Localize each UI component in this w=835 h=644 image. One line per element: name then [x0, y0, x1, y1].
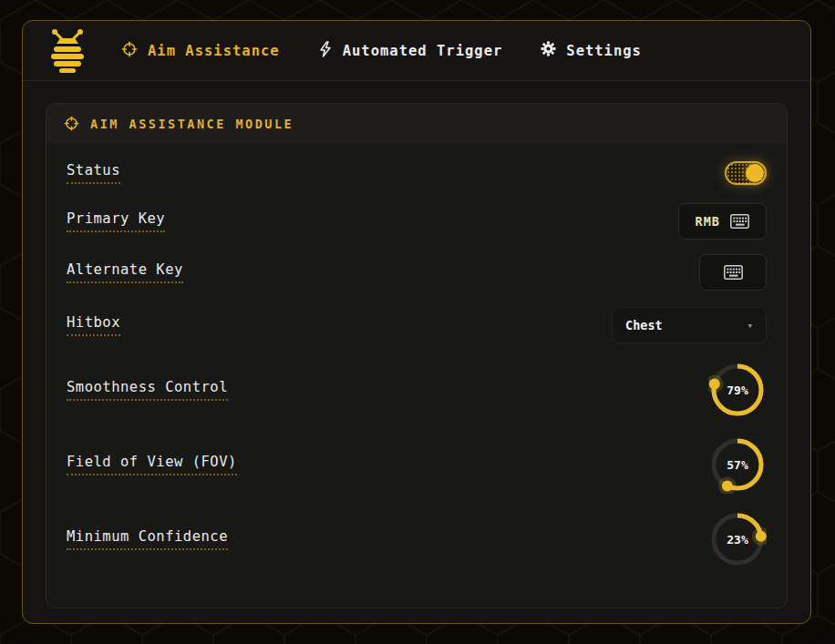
toggle-knob — [746, 164, 764, 182]
tab-label: Aim Assistance — [148, 43, 280, 59]
fov-dial[interactable]: 57% — [708, 435, 767, 494]
smoothness-value: 79% — [708, 361, 767, 419]
module-card-header: AIM ASSISTANCE MODULE — [46, 104, 787, 143]
keyboard-icon — [724, 265, 743, 280]
row-fov: Field of View (FOV) 57% — [67, 427, 767, 502]
tab-aim-assistance[interactable]: Aim Assistance — [121, 41, 280, 61]
app-window: Aim Assistance Automated Trigger — [22, 20, 811, 624]
tab-settings[interactable]: Settings — [541, 41, 642, 60]
hitbox-label: Hitbox — [67, 314, 120, 336]
tab-label: Settings — [566, 43, 642, 59]
smoothness-dial[interactable]: 79% — [708, 361, 767, 419]
bee-logo-icon — [46, 28, 88, 74]
row-status: Status — [67, 150, 767, 196]
crosshair-icon — [64, 116, 79, 131]
tab-automated-trigger[interactable]: Automated Trigger — [318, 41, 503, 61]
status-toggle[interactable] — [725, 161, 767, 185]
hitbox-select[interactable]: Chest ▾ — [612, 307, 767, 343]
row-primary-key: Primary Key RMB — [67, 196, 767, 247]
min-confidence-label: Minimum Confidence — [67, 528, 228, 550]
primary-key-bind-button[interactable]: RMB — [678, 203, 767, 240]
min-confidence-dial[interactable]: 23% — [708, 510, 767, 568]
alternate-key-label: Alternate Key — [67, 261, 183, 283]
gear-icon — [541, 41, 556, 60]
keybind-value: RMB — [696, 214, 720, 229]
row-min-confidence: Minimum Confidence 23% — [67, 502, 767, 577]
top-nav: Aim Assistance Automated Trigger — [23, 21, 810, 81]
row-hitbox: Hitbox Chest ▾ — [67, 298, 767, 353]
row-smoothness: Smoothness Control 79% — [67, 353, 767, 427]
module-settings-list: Status Primary Key RMB — [46, 143, 787, 577]
status-label: Status — [67, 162, 120, 184]
alternate-key-bind-button[interactable] — [699, 254, 767, 291]
module-title: AIM ASSISTANCE MODULE — [90, 117, 294, 131]
tab-label: Automated Trigger — [343, 43, 503, 59]
lightning-icon — [318, 41, 333, 61]
crosshair-icon — [121, 41, 138, 61]
chevron-down-icon: ▾ — [747, 320, 753, 332]
row-alternate-key: Alternate Key — [67, 247, 767, 298]
primary-key-label: Primary Key — [67, 210, 165, 232]
aim-assistance-module-card: AIM ASSISTANCE MODULE Status Primary Key… — [46, 103, 788, 608]
fov-label: Field of View (FOV) — [67, 454, 237, 475]
hitbox-selected-value: Chest — [625, 318, 663, 332]
min-confidence-value: 23% — [708, 510, 767, 568]
keyboard-icon — [730, 214, 749, 229]
smoothness-label: Smoothness Control — [67, 379, 228, 401]
fov-value: 57% — [708, 435, 767, 494]
